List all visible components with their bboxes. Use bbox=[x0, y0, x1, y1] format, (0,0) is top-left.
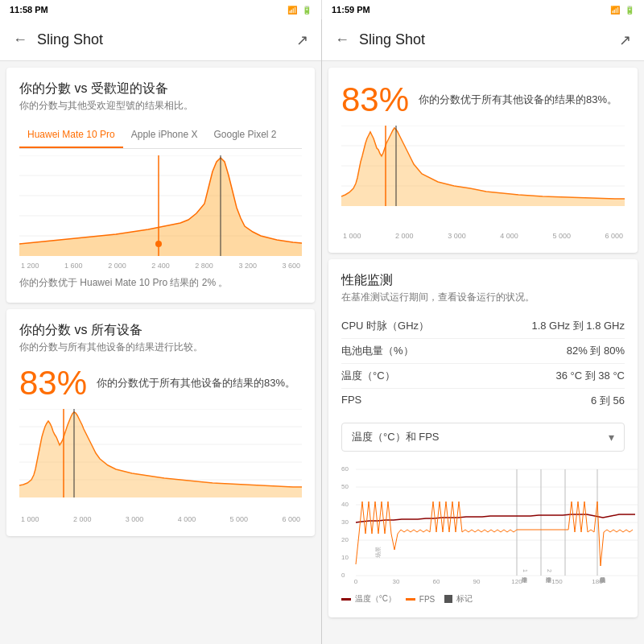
legend-temp: 温度（°C） bbox=[341, 593, 396, 605]
right-back-button[interactable]: ← bbox=[335, 31, 349, 48]
right-top-chart-labels: 1 0002 0003 0004 0005 0006 000 bbox=[341, 232, 625, 240]
svg-text:30: 30 bbox=[393, 578, 400, 585]
right-battery-icon: 🔋 bbox=[625, 6, 634, 14]
legend-fps: FPS bbox=[406, 595, 435, 604]
perf-temp-value: 36 °C 到 38 °C bbox=[555, 369, 625, 383]
svg-text:10: 10 bbox=[341, 554, 349, 561]
perf-cpu-value: 1.8 GHz 到 1.8 GHz bbox=[531, 319, 625, 333]
left-wifi-icon: 📶 bbox=[287, 6, 297, 14]
chart-legend: 温度（°C） FPS 标记 bbox=[341, 593, 625, 605]
device-tabs: Huawei Mate 10 Pro Apple iPhone X Google… bbox=[19, 122, 302, 149]
right-top-percent-desc: 你的分数优于所有其他设备的结果的83%。 bbox=[419, 93, 625, 107]
vs-popular-subtitle: 你的分数与其他受欢迎型號的结果相比。 bbox=[19, 99, 302, 113]
perf-fps-label: FPS bbox=[341, 394, 361, 408]
svg-text:40: 40 bbox=[341, 501, 349, 508]
right-wifi-icon: 📶 bbox=[610, 6, 620, 14]
perf-row-temp: 温度（°C） 36 °C 到 38 °C bbox=[341, 364, 625, 389]
legend-marker: 标记 bbox=[444, 593, 473, 605]
right-top-percent: 83% bbox=[341, 80, 409, 119]
perf-cpu-label: CPU 时脉（GHz） bbox=[341, 319, 429, 333]
perf-subtitle: 在基准测试运行期间，查看设备运行的状况。 bbox=[341, 291, 625, 304]
svg-text:0: 0 bbox=[354, 578, 358, 585]
perf-row-fps: FPS 6 到 56 bbox=[341, 389, 625, 413]
vs-all-subtitle: 你的分数与所有其他设备的结果进行比较。 bbox=[19, 341, 302, 354]
vs-popular-chart-labels: 1 2001 6002 0002 4002 8003 2003 600 bbox=[19, 262, 302, 270]
perf-temp-label: 温度（°C） bbox=[341, 369, 395, 383]
left-battery-icon: 🔋 bbox=[302, 6, 312, 14]
left-status-time: 11:58 PM bbox=[10, 5, 48, 14]
perf-fps-value: 6 到 56 bbox=[591, 394, 625, 408]
svg-text:0: 0 bbox=[341, 572, 345, 579]
right-share-button[interactable]: ↗ bbox=[619, 31, 631, 49]
left-share-button[interactable]: ↗ bbox=[296, 31, 308, 49]
svg-text:20: 20 bbox=[341, 536, 349, 543]
vs-popular-score: 你的分数优于 Huawei Mate 10 Pro 结果的 2% 。 bbox=[19, 276, 302, 290]
tab-iphone[interactable]: Apple iPhone X bbox=[123, 122, 206, 148]
perf-battery-value: 82% 到 80% bbox=[567, 344, 625, 358]
dropdown-label: 温度（°C）和 FPS bbox=[352, 430, 439, 444]
svg-point-6 bbox=[155, 241, 162, 247]
vs-all-percent-desc: 你的分数优于所有其他设备的结果的83%。 bbox=[97, 376, 302, 390]
svg-text:150: 150 bbox=[551, 578, 563, 585]
svg-text:60: 60 bbox=[341, 465, 349, 473]
svg-text:180: 180 bbox=[592, 578, 603, 585]
perf-line-chart: 60 50 40 30 20 10 0 bbox=[341, 461, 625, 590]
perf-row-cpu: CPU 时脉（GHz） 1.8 GHz 到 1.8 GHz bbox=[341, 314, 625, 339]
right-top-chart bbox=[341, 126, 625, 230]
vs-all-percent: 83% bbox=[19, 364, 87, 402]
svg-text:1个渲染半球: 1个渲染半球 bbox=[522, 569, 528, 583]
tab-pixel[interactable]: Google Pixel 2 bbox=[205, 122, 284, 148]
left-app-title: Sling Shot bbox=[37, 31, 287, 48]
vs-all-title: 你的分数 vs 所有设备 bbox=[19, 322, 302, 339]
svg-text:90: 90 bbox=[473, 578, 481, 585]
perf-battery-label: 电池电量（%） bbox=[341, 344, 414, 358]
vs-popular-title: 你的分數 vs 受歡迎的设备 bbox=[19, 80, 302, 97]
perf-table: CPU 时脉（GHz） 1.8 GHz 到 1.8 GHz 电池电量（%） 82… bbox=[341, 314, 625, 413]
chevron-down-icon: ▾ bbox=[609, 431, 614, 444]
vs-all-chart-labels: 1 0002 0003 0004 0005 0006 000 bbox=[19, 515, 302, 523]
right-status-time: 11:59 PM bbox=[332, 5, 370, 14]
svg-text:30: 30 bbox=[341, 518, 349, 526]
svg-text:60: 60 bbox=[433, 578, 440, 585]
right-app-title: Sling Shot bbox=[359, 31, 609, 48]
chart-type-dropdown[interactable]: 温度（°C）和 FPS ▾ bbox=[341, 423, 625, 452]
svg-text:120: 120 bbox=[511, 578, 522, 585]
vs-popular-chart bbox=[19, 155, 302, 260]
perf-row-battery: 电池电量（%） 82% 到 80% bbox=[341, 339, 625, 364]
perf-title: 性能监测 bbox=[341, 272, 625, 289]
left-back-button[interactable]: ← bbox=[13, 31, 27, 48]
svg-text:50: 50 bbox=[341, 483, 349, 490]
svg-text:场景: 场景 bbox=[375, 547, 381, 559]
vs-all-chart bbox=[19, 409, 302, 514]
tab-huawei[interactable]: Huawei Mate 10 Pro bbox=[19, 122, 123, 148]
